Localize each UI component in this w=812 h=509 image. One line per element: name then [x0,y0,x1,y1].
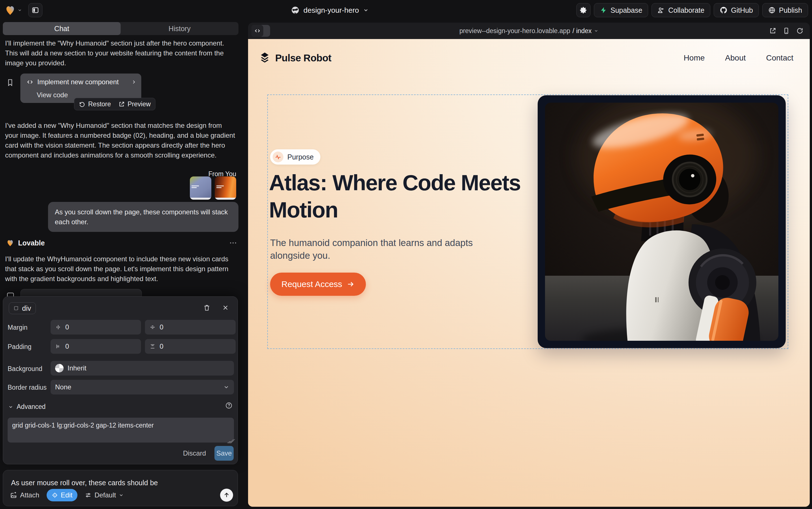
supabase-button[interactable]: Supabase [594,3,649,17]
person-plus-icon [658,6,665,14]
arrow-right-icon [347,280,355,288]
preview-chrome: preview--design-your-hero.lovable.app / … [248,23,810,39]
sidebar-toggle-button[interactable] [28,3,42,17]
lovable-home-button[interactable] [4,4,22,16]
site-brand-name: Pulse Robot [275,52,331,64]
publish-button[interactable]: Publish [762,3,808,17]
advanced-toggle[interactable]: Advanced [8,403,45,411]
lovable-app: design-your-hero Supabase [0,0,812,509]
hero-image-card [538,95,786,348]
purpose-badge-label: Purpose [287,153,313,161]
assistant-name: Lovable [18,239,225,247]
attach-button[interactable]: Attach [10,491,39,499]
preview-url-path: / index [573,27,592,35]
globe-icon [291,6,299,14]
lovable-heart-icon [6,239,14,247]
padding-x-icon [55,343,61,349]
selected-element-chip[interactable]: div [9,302,36,314]
assistant-header: Lovable [6,239,237,247]
request-access-button[interactable]: Request Access [270,273,366,296]
restore-preview-bar: Restore Preview [74,98,155,110]
project-switcher[interactable]: design-your-hero [291,0,369,20]
restore-button[interactable]: Restore [79,100,111,108]
padding-y-field[interactable]: 0 [145,339,236,354]
collaborate-button[interactable]: Collaborate [652,3,710,17]
chevron-right-icon [131,79,137,85]
user-message-bubble: As you scroll down the page, these compo… [48,202,238,232]
attachment-thumbnail-orange[interactable] [215,176,236,200]
margin-y-value: 0 [160,323,163,331]
refresh-icon[interactable] [796,27,804,34]
tool-card-title: Implement new component [37,78,127,86]
nav-contact[interactable]: Contact [766,54,793,63]
chat-panel: Chat History I'll implement the "Why Hum… [2,22,239,507]
advanced-label: Advanced [17,403,45,411]
selected-element-tag: div [22,304,31,312]
border-radius-label: Border radius [8,384,47,392]
send-button[interactable] [220,489,233,502]
background-label: Background [8,365,42,373]
assistant-message-3: I'll update the WhyHumanoid component to… [5,254,236,284]
github-icon [719,6,728,14]
save-button[interactable]: Save [215,446,234,461]
tab-history[interactable]: History [121,22,238,35]
attachment-thumbnail-blue[interactable] [190,176,211,200]
attachment-thumbnails [190,176,236,200]
open-in-new-tab-icon[interactable] [769,27,776,34]
preview-pane: preview--design-your-hero.lovable.app / … [248,23,810,507]
top-bar: design-your-hero Supabase [0,0,812,20]
view-code-link[interactable]: View code [37,91,68,99]
border-radius-select[interactable]: None [50,380,234,395]
padding-x-field[interactable]: 0 [50,339,141,354]
border-radius-value: None [55,383,71,391]
transparency-swatch [55,364,64,372]
project-name: design-your-hero [303,6,359,15]
edit-mode-button[interactable]: Edit [47,489,77,501]
sidebar-toggle-icon [32,6,39,14]
model-mode-selector[interactable]: Default [85,491,124,499]
advanced-classes-input[interactable]: grid grid-cols-1 lg:grid-cols-2 gap-12 i… [8,418,234,443]
tab-chat[interactable]: Chat [3,22,121,35]
attach-image-icon [10,491,17,499]
background-field[interactable]: Inherit [50,361,234,376]
hero-heading: Atlas: Where Code Meets Motion [269,169,574,224]
preview-button[interactable]: Preview [118,100,151,108]
background-value: Inherit [68,364,86,372]
margin-y-field[interactable]: 0 [145,320,236,335]
padding-y-value: 0 [160,342,163,350]
chat-history-tabs: Chat History [3,22,238,35]
ellipsis-icon[interactable] [229,239,237,247]
chat-composer[interactable]: As user mouse roll over, these cards sho… [3,470,238,506]
composer-input[interactable]: As user mouse roll over, these cards sho… [11,479,230,487]
chevron-down-icon [8,404,13,409]
chevron-down-icon [223,384,229,390]
publish-globe-icon [768,6,776,14]
help-icon[interactable] [225,402,232,409]
restore-icon [79,101,85,107]
padding-label: Padding [8,343,31,351]
nav-home[interactable]: Home [684,54,705,63]
github-button[interactable]: GitHub [714,3,759,17]
attach-label: Attach [20,491,39,499]
margin-y-icon [149,324,156,330]
mobile-view-icon[interactable] [783,27,790,34]
site-nav: Home About Contact [684,54,793,63]
edit-label: Edit [61,491,72,499]
nav-about[interactable]: About [725,54,746,63]
preview-url-selector[interactable]: preview--design-your-hero.lovable.app / … [248,23,810,39]
margin-x-value: 0 [65,323,69,331]
purpose-badge: Purpose [270,149,320,165]
site-brand[interactable]: Pulse Robot [258,52,331,65]
rendered-site: Pulse Robot Home About Contact Purpose A… [248,39,810,507]
close-icon[interactable] [222,304,229,311]
sliders-icon [85,492,91,499]
padding-x-value: 0 [65,342,69,350]
bookmark-icon[interactable] [6,79,14,87]
preview-url-host: preview--design-your-hero.lovable.app [459,27,570,35]
margin-x-field[interactable]: 0 [50,320,141,335]
trash-icon[interactable] [203,304,211,311]
discard-button[interactable]: Discard [183,449,206,457]
chevron-down-icon [594,29,598,33]
settings-button[interactable] [576,3,590,17]
external-link-icon [118,101,125,107]
